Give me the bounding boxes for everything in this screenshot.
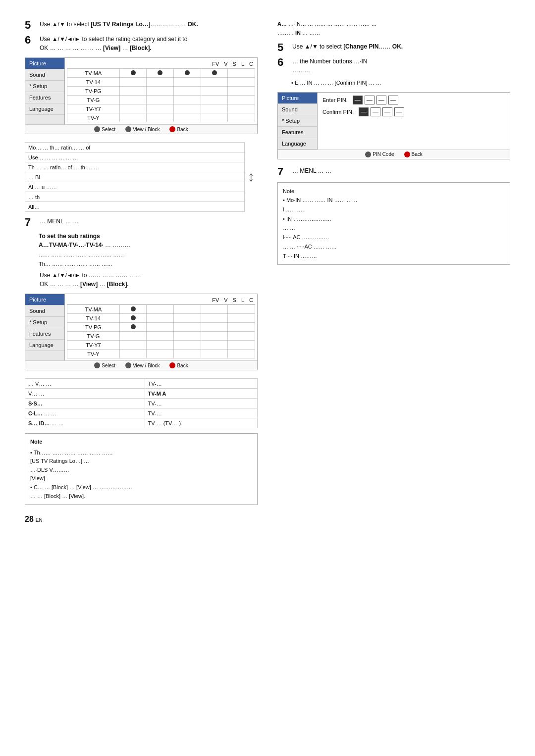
cell: [174, 323, 201, 332]
row-label: TV-Y: [67, 350, 120, 358]
tv-ratings-grid-2: TV-MA TV-14 TV-PG: [67, 304, 255, 358]
note-line-5: • C… … [Block] … [View] … ………………: [30, 483, 252, 492]
cell: [201, 305, 228, 314]
table-row: … V… … TV-…: [25, 379, 258, 389]
col-s-2: S: [233, 297, 236, 303]
cell: [174, 305, 201, 314]
sidebar-setup-pin[interactable]: * Setup: [278, 115, 317, 127]
note-line-4: [View]: [30, 474, 252, 483]
table-row: V… … TV-M A: [25, 389, 258, 399]
cell: [147, 78, 174, 87]
sidebar-picture-2[interactable]: Picture: [25, 294, 64, 305]
row-label: TV-MA: [67, 69, 120, 78]
info-cell: Al … u ……: [25, 182, 245, 192]
cell: [228, 341, 255, 350]
sidebar-features-2[interactable]: Features: [25, 328, 64, 340]
cell: [147, 305, 174, 314]
cell: [174, 87, 201, 96]
note-right-3: • IN …………………: [283, 214, 505, 224]
row-label: TV-14: [67, 78, 120, 87]
col-v: V: [224, 61, 227, 67]
note-right-1: • Mo·IN …… …… IN …… ……: [283, 196, 505, 205]
sub-ratings-heading: To set the sub ratings: [39, 233, 258, 240]
enter-pin-row: Enter PIN. — — — —: [322, 96, 505, 104]
cell: [119, 113, 147, 122]
scroll-arrow: ↕: [245, 141, 258, 212]
view-block-label-2: View / Block: [133, 363, 160, 368]
sub-ratings-sub-heading: A…TV-MA·TV-…·TV-14· … ………: [39, 242, 258, 249]
sidebar-picture-1[interactable]: Picture: [25, 58, 64, 69]
cell: [174, 69, 201, 78]
sidebar-sound-1[interactable]: Sound: [25, 69, 64, 81]
pin-dialog: Picture Sound * Setup Features Language …: [277, 92, 510, 159]
col-fv-2: FV: [212, 297, 219, 303]
sidebar-setup-2[interactable]: * Setup: [25, 317, 64, 328]
sidebar-features-pin[interactable]: Features: [278, 127, 317, 138]
cell: [201, 332, 228, 341]
cell: [119, 314, 147, 323]
note-line-2: [US TV Ratings Lo…] …: [30, 457, 252, 466]
note-box-left: Note • Th…… …… …… …… …… …… [US TV Rating…: [25, 433, 258, 505]
row-label: TV-G: [67, 332, 120, 341]
info-label: V… …: [25, 389, 145, 399]
pin-code-btn: PIN Code: [365, 151, 394, 157]
sidebar-language-2[interactable]: Language: [25, 340, 64, 351]
sidebar-language-pin[interactable]: Language: [278, 138, 317, 150]
sidebar-features-1[interactable]: Features: [25, 92, 64, 103]
table-row: TV-PG: [67, 323, 255, 332]
select-label: Select: [102, 127, 115, 132]
cell: [201, 314, 228, 323]
sidebar-language-1[interactable]: Language: [25, 103, 64, 115]
info-label: C·L… … …: [25, 408, 145, 418]
cell: [174, 332, 201, 341]
cell: [119, 350, 147, 358]
tv-menu-2-content: FV V S L C TV-MA T: [65, 294, 257, 360]
table-row: … Bl: [25, 172, 245, 182]
cell: [228, 350, 255, 358]
pin-dialog-footer: PIN Code Back: [278, 150, 510, 159]
col-v-2: V: [224, 297, 227, 303]
info-cell: Th … … ratin… of … th … …: [25, 162, 245, 172]
cell: [228, 87, 255, 96]
cell: [174, 96, 201, 104]
cell: [201, 341, 228, 350]
step-7-right-text: … MENL … …: [292, 166, 331, 175]
cell: [201, 104, 228, 113]
table-row: TV-Y: [67, 350, 255, 358]
pin-box-2: —: [365, 96, 374, 104]
cell: [201, 96, 228, 104]
row-label: TV-MA: [67, 305, 120, 314]
cell: [147, 104, 174, 113]
tv-menu-1-content: FV V S L C TV-MA: [65, 58, 257, 124]
cell: [174, 104, 201, 113]
step-7-right: 7 … MENL … …: [277, 166, 510, 177]
step-7-left: 7 … MENL … …: [25, 217, 258, 228]
cell: [201, 113, 228, 122]
left-column: 5 Use ▲/▼ to select [US TV Ratings Lo…]……: [25, 20, 258, 524]
right-sub-note: • E … IN … … … [Confirm PIN] … …: [291, 79, 510, 87]
note-line-6: … … [Block] … [View].: [30, 492, 252, 501]
step-num-5-right: 5: [277, 42, 288, 53]
table-row: TV-Y7: [67, 104, 255, 113]
pin-box-4: —: [388, 96, 398, 104]
cell: [201, 69, 228, 78]
sub-ratings-text: …… …… …… …… …… …… ……: [39, 251, 258, 259]
select-btn: Select: [94, 126, 115, 132]
back-label-1: Back: [177, 127, 188, 132]
tv-ratings-grid-1: TV-MA TV-14 TV-: [67, 68, 255, 122]
table-row: TV-Y7: [67, 341, 255, 350]
note-line-3: …·DLS V………: [30, 466, 252, 475]
sidebar-sound-2[interactable]: Sound: [25, 305, 64, 317]
table-row: TV-G: [67, 96, 255, 104]
sidebar-setup-1[interactable]: * Setup: [25, 81, 64, 92]
sidebar-sound-pin[interactable]: Sound: [278, 104, 317, 115]
sidebar-picture-pin[interactable]: Picture: [278, 93, 317, 104]
cell: [228, 69, 255, 78]
step-num-6-right: 6: [277, 57, 288, 68]
pin-dialog-content: Enter PIN. — — — — Confirm PIN. — —: [318, 93, 510, 150]
cell: [201, 350, 228, 358]
cell: [147, 87, 174, 96]
confirm-pin-boxes: — — — —: [359, 107, 404, 116]
table-row: TV-MA: [67, 69, 255, 78]
info-table-1: Mo… … th… ratin… … of Use… … … … … … Th …: [25, 142, 245, 212]
